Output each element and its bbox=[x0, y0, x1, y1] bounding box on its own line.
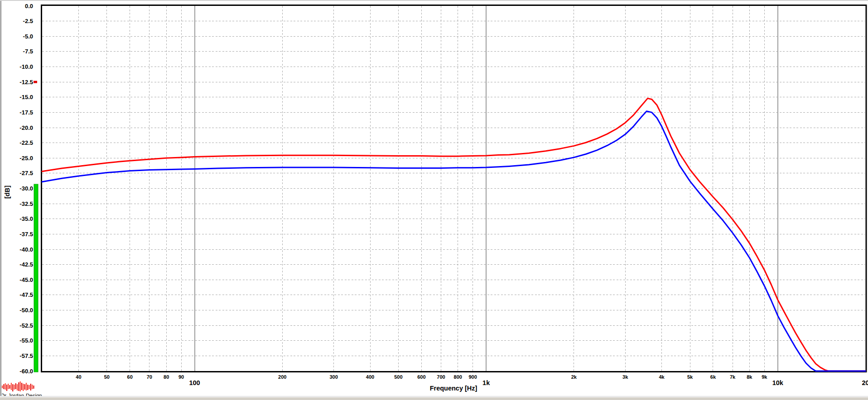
x-major-tick-label: 20 bbox=[862, 379, 868, 386]
y-tick-label: -27.5 bbox=[19, 170, 33, 176]
logo-waveform-bar bbox=[2, 386, 3, 388]
x-minor-tick-label: 70 bbox=[147, 374, 152, 380]
frequency-response-chart: 0.0-2.5-5.0-7.5-10.0-12.5-15.0-17.5-20.0… bbox=[0, 0, 868, 400]
logo-waveform-bar bbox=[33, 386, 34, 389]
x-minor-tick-label: 2k bbox=[571, 374, 577, 380]
y-tick-label: -60.0 bbox=[19, 368, 33, 375]
y-tick-label: -20.0 bbox=[19, 124, 33, 131]
logo-waveform-bar bbox=[23, 384, 24, 391]
x-axis-title: Frequency [Hz] bbox=[408, 385, 499, 392]
y-tick-label: -57.5 bbox=[19, 352, 33, 359]
y-tick-label: -10.0 bbox=[19, 63, 33, 70]
y-tick-label: -15.0 bbox=[19, 94, 33, 100]
x-minor-tick-label: 40 bbox=[76, 374, 81, 380]
peak-hold-marker bbox=[34, 81, 37, 83]
logo-waveform-bar bbox=[8, 384, 9, 389]
y-tick-label: 0.0 bbox=[25, 3, 33, 10]
logo-waveform-bar bbox=[32, 385, 33, 389]
logo-waveform-bar bbox=[17, 384, 18, 390]
x-minor-tick-label: 200 bbox=[278, 374, 286, 380]
x-minor-tick-label: 800 bbox=[454, 374, 462, 380]
y-tick-label: -42.5 bbox=[19, 261, 33, 268]
x-minor-tick-label: 900 bbox=[469, 374, 477, 380]
logo-waveform-bar bbox=[29, 385, 29, 389]
y-tick-label: -45.0 bbox=[19, 276, 33, 283]
y-tick-label: -52.5 bbox=[19, 322, 33, 329]
x-minor-tick-label: 500 bbox=[394, 374, 402, 380]
x-minor-tick-label: 80 bbox=[164, 374, 169, 380]
y-tick-label: -25.0 bbox=[19, 155, 33, 162]
x-minor-tick-label: 400 bbox=[366, 374, 374, 380]
y-tick-label: -47.5 bbox=[19, 291, 33, 298]
x-minor-tick-label: 700 bbox=[437, 374, 445, 380]
logo-waveform-bar bbox=[5, 383, 6, 390]
x-minor-tick-label: 8k bbox=[747, 374, 752, 380]
logo-waveform-bar bbox=[24, 384, 25, 390]
x-minor-tick-label: 60 bbox=[127, 374, 133, 380]
y-tick-label: -2.5 bbox=[23, 18, 33, 24]
y-axis-title: [dB] bbox=[4, 174, 11, 210]
logo-waveform-bar bbox=[20, 381, 21, 391]
x-major-tick-label: 10k bbox=[772, 379, 784, 386]
y-tick-label: -37.5 bbox=[19, 231, 33, 238]
y-tick-label: -7.5 bbox=[23, 48, 33, 55]
logo-waveform-bar bbox=[21, 383, 22, 390]
y-tick-label: -50.0 bbox=[19, 307, 33, 314]
logo-waveform-bar bbox=[18, 382, 19, 391]
x-minor-tick-label: 5k bbox=[687, 374, 693, 380]
logo-waveform-bar bbox=[14, 385, 14, 390]
x-minor-tick-label: 50 bbox=[104, 374, 110, 380]
logo-waveform-bar bbox=[11, 383, 12, 390]
window-bottom-border bbox=[0, 397, 868, 400]
logo-waveform-icon bbox=[1, 381, 36, 393]
x-minor-tick-label: 4k bbox=[659, 374, 665, 380]
window-left-border bbox=[0, 0, 2, 400]
y-tick-label: -12.5 bbox=[19, 79, 33, 86]
dr-jordan-design-logo: Dr-Jordan-Design bbox=[1, 381, 42, 395]
y-tick-label: -35.0 bbox=[19, 215, 33, 222]
y-tick-label: -22.5 bbox=[19, 139, 33, 146]
logo-waveform-bar bbox=[10, 385, 10, 389]
x-minor-tick-label: 90 bbox=[178, 374, 184, 380]
x-minor-tick-label: 6k bbox=[710, 374, 716, 380]
y-tick-label: -30.0 bbox=[19, 185, 33, 192]
logo-waveform-bar bbox=[27, 385, 28, 390]
x-minor-tick-label: 300 bbox=[329, 374, 338, 380]
logo-waveform-bar bbox=[3, 384, 4, 389]
x-minor-tick-label: 9k bbox=[762, 374, 767, 380]
y-tick-label: -40.0 bbox=[19, 246, 33, 253]
measurement-app-window: { "window": { "brand": "Dr-Jordan-Design… bbox=[0, 0, 868, 400]
x-minor-tick-label: 7k bbox=[730, 374, 736, 380]
x-minor-tick-label: 600 bbox=[417, 374, 425, 380]
logo-waveform-bar bbox=[6, 385, 7, 391]
window-top-border bbox=[0, 0, 868, 1]
y-tick-label: -32.5 bbox=[19, 200, 33, 207]
logo-waveform-bar bbox=[26, 383, 27, 390]
y-tick-label: -17.5 bbox=[19, 109, 33, 116]
x-major-tick-label: 100 bbox=[189, 379, 200, 386]
level-meter-bar bbox=[34, 184, 38, 372]
x-minor-tick-label: 3k bbox=[622, 374, 628, 380]
logo-waveform-bar bbox=[12, 384, 13, 391]
logo-waveform-bar bbox=[15, 383, 16, 389]
y-tick-label: -5.0 bbox=[23, 33, 33, 40]
logo-waveform-bar bbox=[30, 384, 31, 390]
y-tick-label: -55.0 bbox=[19, 337, 33, 344]
